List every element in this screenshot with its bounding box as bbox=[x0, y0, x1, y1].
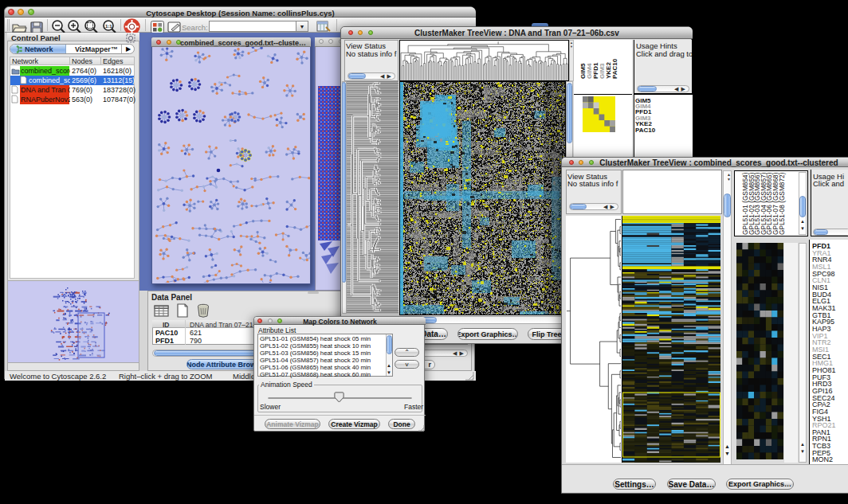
svg-text:1:1: 1:1 bbox=[105, 24, 112, 29]
